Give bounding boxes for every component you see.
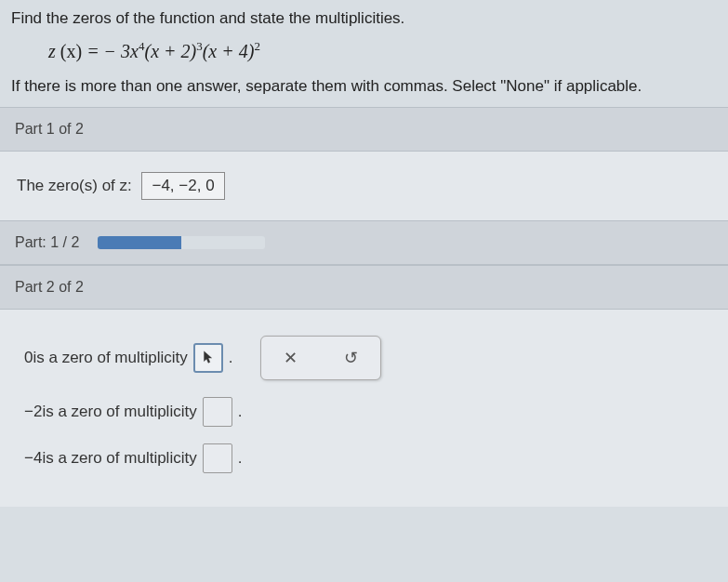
multiplicity-input-0[interactable] xyxy=(193,343,223,373)
eq-factor3: (x + 4) xyxy=(203,41,255,61)
eq-exp3: 2 xyxy=(254,39,260,53)
zeros-answer-box: −4, −2, 0 xyxy=(141,172,224,200)
mult-period-1: . xyxy=(238,403,243,421)
mult-value-0: 0 xyxy=(24,349,33,367)
part2-header: Part 2 of 2 xyxy=(0,265,728,310)
clear-button[interactable]: ✕ xyxy=(284,348,298,368)
mult-period-2: . xyxy=(238,449,243,468)
eq-factor2: (x + 2) xyxy=(145,41,197,61)
multiplicity-input-2[interactable] xyxy=(203,443,232,473)
part1-header: Part 1 of 2 xyxy=(0,107,728,152)
mult-period-0: . xyxy=(229,349,233,367)
eq-lhs: z xyxy=(48,41,56,61)
eq-rhs-prefix: = − 3x xyxy=(86,41,139,61)
eq-var: (x) xyxy=(60,41,82,61)
multiplicity-row-1: −2 is a zero of multiplicity . xyxy=(24,397,704,427)
multiplicity-row-0: 0 is a zero of multiplicity . ✕ ↺ xyxy=(24,336,704,380)
multiplicity-row-2: −4 is a zero of multiplicity . xyxy=(24,443,704,473)
zeros-label: The zero(s) of z: xyxy=(17,177,136,194)
part2-body: 0 is a zero of multiplicity . ✕ ↺ −2 is … xyxy=(0,310,728,507)
multiplicity-input-1[interactable] xyxy=(203,397,232,427)
question-instruction: If there is more than one answer, separa… xyxy=(0,73,728,107)
mult-value-2: −4 xyxy=(24,449,42,468)
progress-bar-fill xyxy=(98,236,181,249)
progress-section: Part: 1 / 2 xyxy=(0,220,728,265)
mult-value-1: −2 xyxy=(24,403,42,421)
progress-bar xyxy=(98,236,265,249)
reset-button[interactable]: ↺ xyxy=(344,348,358,368)
action-panel: ✕ ↺ xyxy=(260,336,381,380)
mult-text-0: is a zero of multiplicity xyxy=(33,349,187,367)
mult-text-2: is a zero of multiplicity xyxy=(42,449,196,468)
mult-text-1: is a zero of multiplicity xyxy=(42,403,196,421)
progress-label: Part: 1 / 2 xyxy=(15,234,79,251)
equation-display: z (x) = − 3x4(x + 2)3(x + 4)2 xyxy=(0,35,728,73)
cursor-icon xyxy=(203,351,214,365)
question-prompt: Find the zeros of the function and state… xyxy=(0,0,728,35)
part1-body: The zero(s) of z: −4, −2, 0 xyxy=(0,152,728,220)
